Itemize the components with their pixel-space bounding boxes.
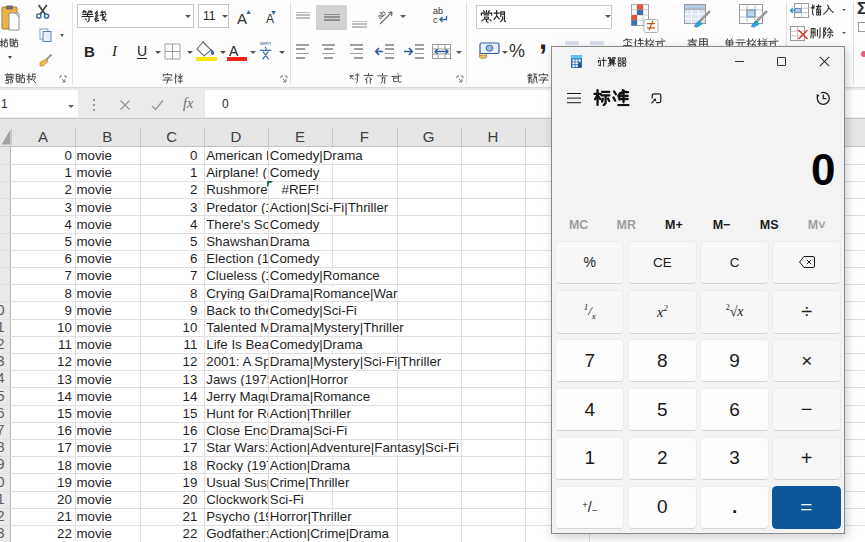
svg-text:c: c [433,15,438,25]
svg-text:ab: ab [375,8,388,21]
